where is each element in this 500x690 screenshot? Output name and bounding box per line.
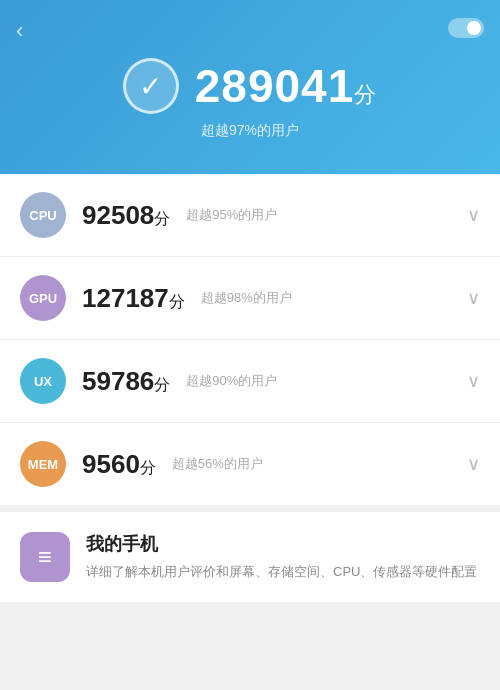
- ux-score: 59786分: [82, 366, 170, 397]
- ux-row[interactable]: UX 59786分 超越90%的用户 ∨: [0, 340, 500, 423]
- ux-score-block: 59786分 超越90%的用户: [82, 366, 467, 397]
- ux-badge: UX: [20, 358, 66, 404]
- items-list: CPU 92508分 超越95%的用户 ∨ GPU 127187分 超越98%的…: [0, 174, 500, 506]
- phone-description: 详细了解本机用户评价和屏幕、存储空间、CPU、传感器等硬件配置: [86, 562, 477, 582]
- cpu-row[interactable]: CPU 92508分 超越95%的用户 ∨: [0, 174, 500, 257]
- my-phone-card[interactable]: ≡ 我的手机 详细了解本机用户评价和屏幕、存储空间、CPU、传感器等硬件配置: [0, 512, 500, 602]
- ux-chevron-icon: ∨: [467, 370, 480, 392]
- mem-score-block: 9560分 超越56%的用户: [82, 449, 467, 480]
- cpu-score: 92508分: [82, 200, 170, 231]
- score-row: ✓ 289041分: [123, 58, 378, 114]
- toggle-switch[interactable]: [448, 18, 484, 38]
- cpu-chevron-icon: ∨: [467, 204, 480, 226]
- phone-icon: ≡: [20, 532, 70, 582]
- mem-score: 9560分: [82, 449, 156, 480]
- mem-row[interactable]: MEM 9560分 超越56%的用户 ∨: [0, 423, 500, 506]
- mem-chevron-icon: ∨: [467, 453, 480, 475]
- mem-badge: MEM: [20, 441, 66, 487]
- score-subtitle: 超越97%的用户: [201, 122, 299, 140]
- gpu-score: 127187分: [82, 283, 185, 314]
- main-score: 289041分: [195, 59, 378, 113]
- gpu-score-block: 127187分 超越98%的用户: [82, 283, 467, 314]
- back-arrow-icon[interactable]: ‹: [16, 18, 23, 44]
- ux-percent: 超越90%的用户: [186, 372, 277, 390]
- gpu-badge: GPU: [20, 275, 66, 321]
- header-section: ‹ ✓ 289041分 超越97%的用户: [0, 0, 500, 174]
- header-top-bar: ‹: [16, 18, 484, 38]
- score-section: ✓ 289041分 超越97%的用户: [16, 58, 484, 150]
- mem-percent: 超越56%的用户: [172, 455, 263, 473]
- cpu-badge: CPU: [20, 192, 66, 238]
- cpu-percent: 超越95%的用户: [186, 206, 277, 224]
- gpu-percent: 超越98%的用户: [201, 289, 292, 307]
- phone-text-block: 我的手机 详细了解本机用户评价和屏幕、存储空间、CPU、传感器等硬件配置: [86, 532, 477, 582]
- check-circle-icon: ✓: [123, 58, 179, 114]
- gpu-row[interactable]: GPU 127187分 超越98%的用户 ∨: [0, 257, 500, 340]
- cpu-score-block: 92508分 超越95%的用户: [82, 200, 467, 231]
- gpu-chevron-icon: ∨: [467, 287, 480, 309]
- phone-title: 我的手机: [86, 532, 477, 556]
